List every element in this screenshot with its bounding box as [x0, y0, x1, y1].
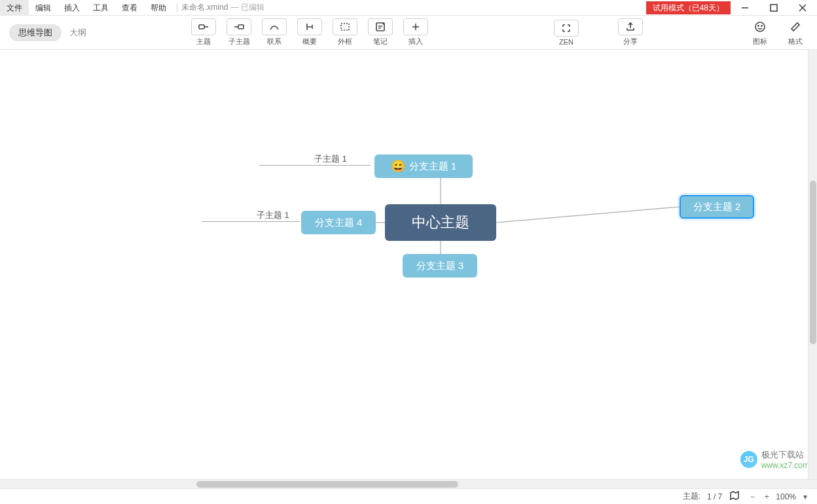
note-icon — [374, 21, 386, 33]
zoom-controls: − + 100% ▾ — [747, 492, 810, 501]
tool-share[interactable]: 分享 — [618, 18, 643, 46]
menu-tools[interactable]: 工具 — [86, 0, 115, 16]
subtopic-icon — [233, 21, 245, 33]
branch-topic-3[interactable]: 分支主题 3 — [403, 254, 477, 278]
zoom-level: 100% — [776, 492, 796, 501]
tool-subtopic-label: 子主题 — [228, 37, 250, 46]
window-close-button[interactable] — [788, 0, 817, 16]
watermark-name: 极光下载站 — [761, 449, 809, 461]
zoom-in-button[interactable]: + — [761, 492, 772, 501]
vertical-scrollbar[interactable] — [808, 50, 817, 479]
branch-topic-1-label: 分支主题 1 — [409, 160, 457, 173]
tool-summary-label: 概要 — [302, 37, 317, 46]
menu-file[interactable]: 文件 — [0, 0, 29, 16]
tool-markers-label: 图标 — [753, 37, 767, 46]
vertical-scrollbar-thumb[interactable] — [810, 181, 816, 344]
subtopic-underline — [202, 221, 300, 222]
subtopic-node-2[interactable]: 子主题 1 — [257, 209, 289, 221]
watermark-url: www.xz7.com — [761, 461, 809, 470]
branch-topic-4[interactable]: 分支主题 4 — [301, 211, 376, 234]
tool-insert-label: 插入 — [408, 37, 423, 46]
tool-summary[interactable]: 概要 — [297, 18, 322, 46]
svg-rect-1 — [771, 5, 777, 11]
svg-point-12 — [755, 22, 765, 31]
topic-icon — [198, 21, 209, 33]
menu-view[interactable]: 查看 — [115, 0, 144, 16]
tool-group-share: 分享 — [618, 18, 643, 46]
view-mindmap-tab[interactable]: 思维导图 — [9, 24, 62, 41]
topic-count-label: 主题: — [683, 491, 700, 502]
zoom-dropdown[interactable]: ▾ — [800, 492, 810, 501]
window-minimize-button[interactable] — [731, 0, 759, 16]
tool-topic[interactable]: 主题 — [191, 18, 216, 46]
share-icon — [625, 21, 636, 33]
tool-note[interactable]: 笔记 — [368, 18, 393, 46]
tool-format-label: 格式 — [788, 37, 803, 46]
svg-point-14 — [761, 26, 762, 26]
tool-zen-label: ZEN — [559, 38, 573, 46]
tool-format[interactable]: 格式 — [783, 18, 808, 46]
subtopic-node-1[interactable]: 子主题 1 — [314, 153, 347, 165]
svg-line-17 — [496, 207, 680, 223]
zoom-out-button[interactable]: − — [747, 492, 757, 501]
boundary-icon — [339, 21, 351, 33]
tool-insert[interactable]: 插入 — [403, 18, 428, 46]
horizontal-scrollbar-thumb[interactable] — [196, 481, 458, 488]
view-outline-tab[interactable]: 大纲 — [69, 27, 86, 39]
minimap-button[interactable] — [729, 490, 740, 503]
tool-subtopic[interactable]: 子主题 — [227, 18, 251, 46]
format-icon — [790, 21, 801, 33]
tool-topic-label: 主题 — [196, 37, 211, 46]
minimize-icon — [739, 2, 751, 14]
branch-topic-2-selected[interactable]: 分支主题 2 — [680, 195, 754, 219]
summary-icon — [304, 21, 316, 33]
tool-boundary-label: 外框 — [338, 37, 352, 46]
watermark: JG 极光下载站 www.xz7.com — [740, 449, 809, 470]
map-icon — [729, 490, 740, 501]
document-status: — 已编辑 — [230, 2, 264, 13]
document-title: 未命名.xmind — [181, 2, 228, 13]
topic-count: 1 / 7 — [707, 492, 722, 501]
laugh-emoji-icon: 😄 — [391, 159, 405, 173]
zen-icon — [560, 22, 572, 34]
tool-group-panels: 图标 格式 — [748, 18, 808, 46]
window-maximize-button[interactable] — [759, 0, 788, 16]
tool-group-main: 主题 子主题 联系 概要 外框 笔记 插入 — [191, 18, 428, 46]
tool-note-label: 笔记 — [373, 37, 388, 46]
smiley-icon — [754, 21, 766, 33]
titlebar: 文件 编辑 插入 工具 查看 帮助 未命名.xmind — 已编辑 试用模式（已… — [0, 0, 817, 16]
menu-help[interactable]: 帮助 — [144, 0, 173, 16]
maximize-icon — [768, 2, 780, 14]
tool-markers[interactable]: 图标 — [748, 18, 772, 46]
canvas[interactable]: 子主题 1 子主题 1 😄 分支主题 1 分支主题 4 中心主题 分支主题 2 … — [0, 50, 817, 488]
trial-badge[interactable]: 试用模式（已48天） — [646, 1, 731, 14]
divider — [177, 3, 177, 12]
close-icon — [797, 2, 808, 14]
horizontal-scrollbar[interactable] — [0, 479, 817, 488]
central-topic[interactable]: 中心主题 — [385, 204, 496, 241]
statusbar: 主题: 1 / 7 − + 100% ▾ — [0, 488, 817, 504]
relationship-icon — [268, 21, 280, 33]
svg-rect-4 — [199, 25, 204, 29]
tool-relationship[interactable]: 联系 — [262, 18, 287, 46]
subtopic-underline — [259, 165, 371, 166]
watermark-logo-icon: JG — [740, 451, 757, 468]
tool-zen[interactable]: ZEN — [554, 20, 579, 46]
svg-rect-7 — [238, 25, 244, 29]
menu-edit[interactable]: 编辑 — [29, 0, 58, 16]
tool-share-label: 分享 — [623, 37, 638, 46]
tool-group-zen: ZEN — [554, 20, 579, 46]
tool-boundary[interactable]: 外框 — [333, 18, 357, 46]
menu-insert[interactable]: 插入 — [58, 0, 86, 16]
plus-icon — [410, 21, 422, 33]
svg-rect-8 — [341, 24, 349, 30]
branch-topic-1[interactable]: 😄 分支主题 1 — [374, 154, 473, 178]
tool-relationship-label: 联系 — [267, 37, 281, 46]
svg-point-13 — [758, 26, 759, 26]
toolbar: 思维导图 大纲 主题 子主题 联系 概要 外框 笔记 插入 — [0, 16, 817, 50]
